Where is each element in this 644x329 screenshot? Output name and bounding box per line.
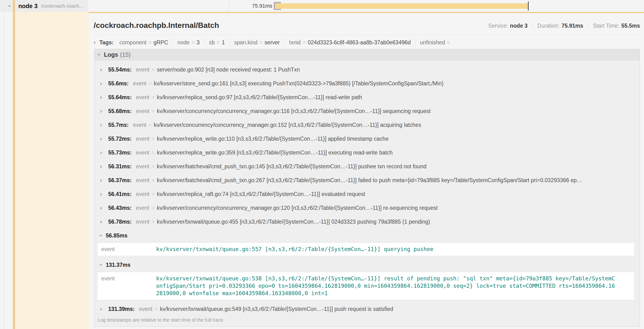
equals-sign: = xyxy=(148,39,151,46)
tag-separator xyxy=(415,39,416,46)
equals-sign: = xyxy=(152,136,155,142)
tag-value: 1 xyxy=(222,39,225,46)
log-timestamp: 56.78ms: xyxy=(108,218,132,225)
log-field-key: event xyxy=(139,306,152,312)
tag-value: 3 xyxy=(197,39,200,46)
log-field-key: event xyxy=(136,150,149,156)
log-timestamp: 56.43ms: xyxy=(108,205,132,211)
log-field-key: event xyxy=(136,136,149,142)
chevron-right-icon[interactable]: › xyxy=(100,108,104,114)
log-entry[interactable]: ›56.43ms:event=kv/kvserver/concurrency/c… xyxy=(94,201,640,215)
equals-sign: = xyxy=(152,66,155,73)
equals-sign: = xyxy=(303,39,306,46)
log-entry-expanded-header[interactable]: ›56.85ms xyxy=(94,229,640,242)
tag-key: unfinished xyxy=(420,39,445,46)
log-entry[interactable]: ›55.64ms:event=kv/kvserver/replica_send.… xyxy=(94,90,640,104)
chevron-right-icon[interactable]: › xyxy=(100,122,104,128)
chevron-right-icon[interactable]: › xyxy=(94,40,96,45)
equals-sign: = xyxy=(152,191,155,198)
meta-value: 55.5ms xyxy=(621,23,640,29)
log-timestamp: 131.39ms: xyxy=(108,306,135,312)
log-timestamp: 55.6ms: xyxy=(108,80,129,87)
log-message: kv/kvserver/concurrency/concurrency_mana… xyxy=(157,108,430,114)
span-timeline-cell[interactable]: 75.91ms xyxy=(88,0,644,12)
log-field-key: event xyxy=(136,66,149,73)
tag-separator xyxy=(229,39,230,46)
chevron-right-icon[interactable]: › xyxy=(100,67,104,72)
log-entry[interactable]: ›55.7ms:event=kv/kvserver/concurrency/co… xyxy=(94,118,640,132)
span-operation-name: /cockroach.roach… xyxy=(41,0,84,12)
tags-accordion[interactable]: › Tags: component=gRPC node=3 sb=1 span.… xyxy=(94,38,452,48)
log-field-key: event xyxy=(133,122,146,128)
span-duration-bar[interactable] xyxy=(275,3,529,9)
chevron-down-icon[interactable]: › xyxy=(98,264,104,266)
log-entry[interactable]: ›55.68ms:event=kv/kvserver/concurrency/c… xyxy=(94,104,640,118)
log-message: kv/kvserver/batcheval/cmd_push_txn.go:14… xyxy=(157,163,426,170)
log-message: kv/kvserver/batcheval/cmd_push_txn.go:26… xyxy=(157,177,582,184)
log-message: kv/kvserver/txnwait/queue.go:549 [n3,s3,… xyxy=(160,306,393,312)
chevron-down-icon[interactable]: › xyxy=(98,234,104,236)
logs-title: Logs xyxy=(104,51,118,58)
log-marker-tick xyxy=(274,2,274,10)
chevron-right-icon[interactable]: › xyxy=(100,191,104,197)
log-timestamp: 55.73ms: xyxy=(108,150,132,156)
tag-key: span.kind xyxy=(234,39,258,46)
log-message: kv/kvserver/replica_raft.go:74 [n3,s3,r6… xyxy=(157,191,365,198)
chevron-right-icon[interactable]: › xyxy=(100,150,104,156)
tag-separator xyxy=(284,39,284,46)
log-timestamp: 131.37ms xyxy=(106,262,130,268)
log-field-key: event xyxy=(136,94,149,100)
log-message: kv/kvserver/replica_write.go:359 [n3,s3,… xyxy=(157,150,392,156)
log-key-value-table: event kv/kvserver/txnwait/queue.go:557 [… xyxy=(97,242,634,256)
log-timestamp: 55.72ms: xyxy=(108,136,132,142)
log-entry[interactable]: ›55.6ms:event=kv/kvserver/store_send.go:… xyxy=(94,76,640,90)
span-service-name: node 3 xyxy=(18,0,38,12)
tag-separator xyxy=(204,39,204,46)
log-entry[interactable]: ›56.31ms:event=kv/kvserver/batcheval/cmd… xyxy=(94,160,640,173)
trace-detail-page: › node 3 /cockroach.roach… 75.91ms /cock… xyxy=(0,0,644,329)
log-entry[interactable]: ›55.54ms:event=server/node.go:902 [n3] n… xyxy=(94,63,640,76)
log-field-key: event xyxy=(101,246,156,253)
logs-accordion-header[interactable]: › Logs (15) xyxy=(94,49,640,60)
chevron-right-icon[interactable]: › xyxy=(100,136,104,142)
log-field-key: event xyxy=(101,275,156,297)
log-entry[interactable]: ›55.73ms:event=kv/kvserver/replica_write… xyxy=(94,146,640,160)
chevron-right-icon[interactable]: › xyxy=(100,205,104,211)
chevron-right-icon[interactable]: › xyxy=(100,80,104,86)
tag-value: 024d3323-6c8f-4863-aa8b-37ab0e63496d xyxy=(308,39,411,46)
tag-item: component=gRPC xyxy=(120,39,168,46)
equals-sign: = xyxy=(152,205,155,211)
log-field-key: event xyxy=(136,177,149,184)
chevron-right-icon[interactable]: › xyxy=(100,94,104,100)
chevron-right-icon[interactable]: › xyxy=(100,306,104,312)
log-message: kv/kvserver/replica_send.go:97 [n3,s3,r6… xyxy=(157,94,362,100)
log-timestamp: 55.68ms: xyxy=(108,108,132,114)
equals-sign: = xyxy=(148,122,152,128)
log-marker-tick xyxy=(528,2,529,10)
chevron-down-icon[interactable]: › xyxy=(96,54,102,56)
tag-item: node=3 xyxy=(177,39,200,46)
chevron-down-icon[interactable]: › xyxy=(1,5,13,7)
log-entry[interactable]: ›56.41ms:event=kv/kvserver/replica_raft.… xyxy=(94,187,640,201)
log-entry[interactable]: ›56.78ms:event=kv/kvserver/txnwait/queue… xyxy=(94,215,640,229)
log-entry[interactable]: ›56.37ms:event=kv/kvserver/batcheval/cmd… xyxy=(94,173,640,187)
log-entry[interactable]: ›55.72ms:event=kv/kvserver/replica_write… xyxy=(94,132,640,146)
tag-value: server xyxy=(264,39,280,46)
log-entry-expanded-header[interactable]: ›131.37ms xyxy=(94,258,640,272)
log-field-key: event xyxy=(136,205,149,211)
log-message: kv/kvserver/replica_write.go:110 [n3,s3,… xyxy=(157,136,388,142)
tag-key: component xyxy=(120,39,146,46)
meta-separator xyxy=(532,22,533,29)
log-entry[interactable]: ›131.39ms:event=kv/kvserver/txnwait/queu… xyxy=(94,302,640,316)
log-timestamp: 56.85ms xyxy=(106,232,128,239)
log-timestamp: 55.64ms: xyxy=(108,94,132,100)
log-field-key: event xyxy=(136,163,149,170)
chevron-right-icon[interactable]: › xyxy=(100,164,104,169)
meta-value: 75.91ms xyxy=(562,23,583,29)
equals-sign: = xyxy=(152,108,155,114)
chevron-right-icon[interactable]: › xyxy=(100,219,104,224)
chevron-right-icon[interactable]: › xyxy=(100,177,104,183)
tag-item: txnid=024d3323-6c8f-4863-aa8b-37ab0e6349… xyxy=(289,39,411,46)
selected-span-highlight-column xyxy=(15,12,89,329)
span-row[interactable]: › node 3 /cockroach.roach… 75.91ms xyxy=(0,0,644,12)
